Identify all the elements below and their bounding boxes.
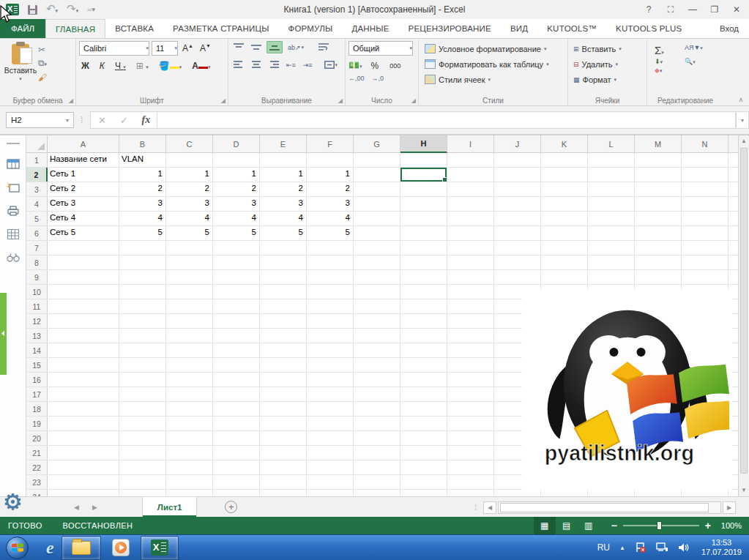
row-header-13[interactable]: 13 [26,329,48,343]
formula-bar-grip[interactable]: ⁞ [81,115,83,125]
row-header-16[interactable]: 16 [26,373,48,387]
cell-H10[interactable] [400,285,447,299]
alignment-dialog-launcher-icon[interactable]: ◢ [338,97,343,104]
cell-I7[interactable] [447,241,494,255]
cell-B1[interactable]: VLAN [119,153,166,167]
cell-F17[interactable] [307,387,354,401]
row-header-15[interactable]: 15 [26,358,48,372]
cell-L8[interactable] [588,255,635,269]
cell-G3[interactable] [354,182,400,196]
cell-H6[interactable] [400,226,447,240]
cell-M2[interactable] [635,168,682,182]
cell-G7[interactable] [354,241,400,255]
grow-font-button[interactable]: А▲ [180,43,195,53]
cell-D5[interactable]: 4 [213,212,260,225]
zoom-out-icon[interactable]: − [611,520,617,531]
cell-H14[interactable] [400,343,447,357]
font-name-select[interactable]: Calibri▾ [79,41,149,56]
cell-D8[interactable] [213,255,260,269]
cell-E17[interactable] [260,387,307,401]
capture-gear-icon[interactable]: ⚙ [3,491,23,513]
cell-G1[interactable] [354,153,400,167]
scroll-right-icon[interactable]: ▶ [723,501,736,514]
cell-G18[interactable] [354,402,400,416]
cell-I10[interactable] [447,285,494,299]
column-header-J[interactable]: J [494,135,541,153]
row-header-24[interactable]: 24 [26,490,48,496]
column-header-K[interactable]: K [541,135,588,153]
cell-H23[interactable] [400,475,447,489]
tab-формулы[interactable]: ФОРМУЛЫ [279,19,343,38]
cell-M9[interactable] [635,270,682,284]
column-header-D[interactable]: D [213,135,260,153]
cell-H21[interactable] [400,446,447,460]
cell-E16[interactable] [260,373,307,387]
cell-D18[interactable] [213,402,260,416]
cell-D3[interactable]: 2 [213,182,260,196]
cell-G2[interactable] [354,168,400,182]
new-sheet-icon[interactable]: + [225,501,237,513]
cell-D15[interactable] [213,358,260,372]
sheet-tab-list1[interactable]: Лист1 [142,497,198,517]
cell-F21[interactable] [307,446,354,460]
cell-F11[interactable] [307,299,354,313]
minimize-icon[interactable]: — [682,0,704,19]
column-header-L[interactable]: L [588,135,635,153]
cell-G5[interactable] [354,212,400,225]
select-all-corner[interactable] [26,135,48,153]
cell-B15[interactable] [119,358,166,372]
cell-F19[interactable] [307,417,354,430]
row-header-19[interactable]: 19 [26,417,48,430]
cell-M3[interactable] [635,182,682,196]
customize-qat-icon[interactable]: ═▾ [87,6,95,13]
cell-F10[interactable] [307,285,354,299]
font-color-button[interactable]: А▾ [190,61,212,71]
cell-H11[interactable] [400,299,447,313]
cell-C19[interactable] [166,417,213,430]
cell-C18[interactable] [166,402,213,416]
cell-G20[interactable] [354,431,400,445]
cell-H9[interactable] [400,270,447,284]
paste-button[interactable]: Вставить ▾ [3,41,38,94]
cell-K1[interactable] [541,153,588,167]
cell-E18[interactable] [260,402,307,416]
capture-handle[interactable] [0,293,7,375]
cell-K4[interactable] [541,197,588,211]
cell-A10[interactable] [48,285,119,299]
cell-B23[interactable] [119,475,166,489]
cell-L3[interactable] [588,182,635,196]
cell-J2[interactable] [494,168,541,182]
scroll-down-icon[interactable]: ▼ [739,485,749,496]
workbook-pane-icon[interactable] [0,159,26,169]
cell-F13[interactable] [307,329,354,343]
cell-C13[interactable] [166,329,213,343]
column-header-E[interactable]: E [260,135,307,153]
row-header-18[interactable]: 18 [26,402,48,416]
currency-icon[interactable]: 💵▾ [349,60,362,72]
cell-C5[interactable]: 4 [166,212,213,225]
collapse-ribbon-icon[interactable]: ∧ [738,96,743,103]
align-center-icon[interactable] [249,59,264,70]
align-top-icon[interactable] [231,42,246,53]
percent-style-button[interactable]: % [369,61,381,71]
horizontal-scrollbar[interactable]: ⁞ ◀ ▶ [474,501,736,514]
cell-N1[interactable] [682,153,728,167]
increase-indent-icon[interactable]: ⇥≡ [301,60,315,70]
cell-B22[interactable] [119,460,166,474]
normal-view-icon[interactable]: ▦ [534,517,556,534]
cell-J4[interactable] [494,197,541,211]
fill-color-button[interactable]: 🪣▾ [157,61,185,71]
cell-H13[interactable] [400,329,447,343]
cell-I20[interactable] [447,431,494,445]
tab-kutools-[interactable]: KUTOOLS™ [537,19,606,38]
cell-C10[interactable] [166,285,213,299]
cell-I18[interactable] [447,402,494,416]
row-header-8[interactable]: 8 [26,255,48,269]
grid-view-icon[interactable] [0,229,26,239]
cell-E13[interactable] [260,329,307,343]
cell-A13[interactable] [48,329,119,343]
cell-G9[interactable] [354,270,400,284]
cell-E21[interactable] [260,446,307,460]
cell-E1[interactable] [260,153,307,167]
zoom-level[interactable]: 100% [717,521,749,530]
